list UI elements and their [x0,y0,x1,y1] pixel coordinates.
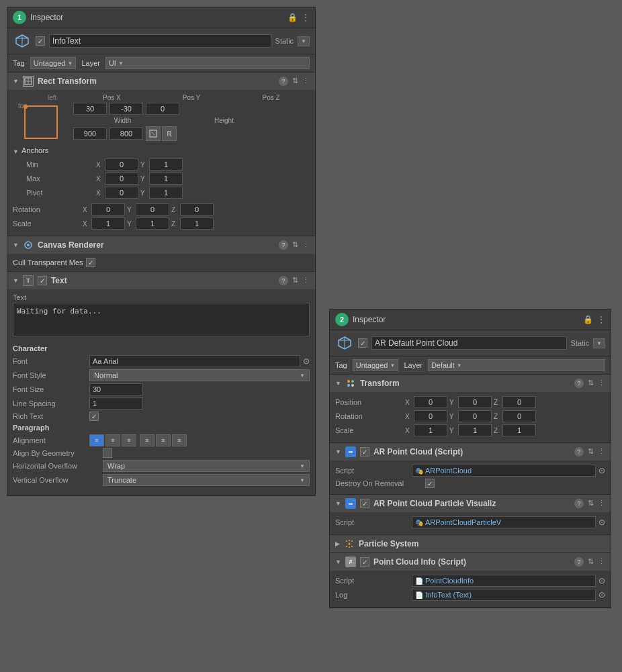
canvas-settings-icon[interactable]: ⇅ [292,240,298,250]
align-left-mid-btn[interactable]: ≡ [140,434,154,446]
scale2-x-input[interactable] [414,424,447,436]
scale2-z-input[interactable] [502,424,536,436]
text-enabled-check[interactable]: ✓ [38,276,47,285]
rich-text-checkbox[interactable]: ✓ [89,412,99,421]
rot2-x-input[interactable] [414,410,447,422]
r-button[interactable]: R [162,126,177,141]
scale-label-1: Scale [13,220,80,228]
more-icon[interactable]: ⋮ [302,13,310,22]
point-cloud-info-header[interactable]: # ✓ Point Cloud Info (Script) ? ⇅ ⋮ [330,553,611,571]
ar-pc-dots-icon[interactable]: ⋮ [598,447,605,457]
destroy-checkbox[interactable]: ✓ [425,479,435,488]
static-dropdown-1[interactable]: ▼ [298,36,310,46]
panel-2-more-icon[interactable]: ⋮ [597,315,605,324]
object-name-input-1[interactable] [49,34,271,48]
v-overflow-dropdown[interactable]: Truncate ▼ [103,474,310,486]
pci-help-icon[interactable]: ? [574,557,584,567]
pivot-x-input[interactable] [105,187,138,199]
canvas-help-icon[interactable]: ? [279,240,288,250]
canvas-dots-icon[interactable]: ⋮ [302,240,310,250]
anchor-max-y-input[interactable] [149,173,183,185]
pivot-y-input[interactable] [149,187,183,199]
rot-z-input[interactable] [180,203,214,215]
align-by-geo-checkbox[interactable] [103,448,112,458]
width-input[interactable] [73,128,107,140]
transform-dots-icon[interactable]: ⋮ [598,379,605,388]
rect-dots-icon[interactable]: ⋮ [302,77,310,86]
lock-icon[interactable]: 🔒 [287,13,298,22]
scale-x-input-1[interactable] [91,218,125,230]
rot2-y-input[interactable] [458,410,492,422]
layer-dropdown-2[interactable]: Default ▼ [428,359,605,371]
rect-transform-header[interactable]: Rect Transform ? ⇅ ⋮ [7,73,315,90]
font-target-icon[interactable]: ⊙ [303,356,310,366]
anchor-min-y-input[interactable] [149,158,183,171]
rect-settings-icon[interactable]: ⇅ [292,77,298,86]
ar-pc-settings-icon[interactable]: ⇅ [588,447,594,457]
tag-dropdown-1[interactable]: Untagged ▼ [30,57,77,69]
align-center-top-btn[interactable]: ≡ [105,434,120,446]
constrain-ratio-btn[interactable] [146,126,161,141]
ar-pc-target-icon[interactable]: ⊙ [598,466,605,475]
pos2-z-input[interactable] [502,396,536,408]
canvas-renderer-header[interactable]: Canvas Renderer ? ⇅ ⋮ [7,236,315,254]
pos-y-input[interactable] [109,103,143,115]
object-enabled-checkbox-1[interactable]: ✓ [36,36,45,46]
h-overflow-dropdown[interactable]: Wrap ▼ [103,460,310,472]
align-center-mid-btn[interactable]: ≡ [156,434,171,446]
ar-particle-help-icon[interactable]: ? [574,499,584,508]
scale-z-input-1[interactable] [180,218,214,230]
pci-dots-icon[interactable]: ⋮ [598,557,605,567]
anchor-max-x-input[interactable] [105,173,138,185]
transform-help-icon[interactable]: ? [574,379,584,388]
pci-log-target-icon[interactable]: ⊙ [598,590,605,599]
object-enabled-checkbox-2[interactable]: ✓ [358,338,367,348]
text-dots-icon[interactable]: ⋮ [302,276,310,285]
pci-settings-icon[interactable]: ⇅ [588,557,594,567]
pci-target-icon[interactable]: ⊙ [598,576,605,585]
scale2-y-input[interactable] [458,424,492,436]
anchor-min-x-input[interactable] [105,158,138,171]
pos-z-input[interactable] [146,103,179,115]
tag-dropdown-2[interactable]: Untagged ▼ [353,359,399,371]
rect-help-icon[interactable]: ? [279,77,288,86]
ar-particle-target-icon[interactable]: ⊙ [598,518,605,527]
line-spacing-input[interactable] [89,397,143,410]
rot-y-input[interactable] [136,203,169,215]
text-settings-icon[interactable]: ⇅ [292,276,298,285]
text-component-header[interactable]: T ✓ Text ? ⇅ ⋮ [7,272,315,289]
object-name-input-2[interactable] [371,336,567,350]
ar-pc-help-icon[interactable]: ? [574,447,584,457]
align-right-top-btn[interactable]: ≡ [122,434,136,446]
pos2-y-input[interactable] [458,396,492,408]
ar-particle-enabled-check[interactable]: ✓ [360,499,369,508]
transform-settings-icon[interactable]: ⇅ [588,379,594,388]
static-dropdown-2[interactable]: ▼ [593,338,605,348]
pos-x-input[interactable] [73,103,107,115]
text-help-icon[interactable]: ? [279,276,288,285]
pos-z-col-header: Pos Z [232,94,310,101]
pos2-x-input[interactable] [414,396,447,408]
layer-dropdown-1[interactable]: UI ▼ [105,57,310,69]
scale-y-input-1[interactable] [136,218,169,230]
height-input[interactable] [109,128,143,140]
cull-checkbox[interactable]: ✓ [86,258,95,267]
ar-pc-enabled-check[interactable]: ✓ [360,447,369,457]
pci-enabled-check[interactable]: ✓ [360,557,369,567]
transform-header[interactable]: Transform ? ⇅ ⋮ [330,375,611,392]
ar-particle-dots-icon[interactable]: ⋮ [598,499,605,508]
align-left-top-btn[interactable]: ≡ [89,434,104,446]
rot-x-input[interactable] [91,203,125,215]
text-textarea[interactable]: Waiting for data... [13,303,310,336]
panel-2-lock-icon[interactable]: 🔒 [583,315,593,324]
ar-particle-header[interactable]: ∞ ✓ AR Point Cloud Particle Visualiz ? ⇅… [330,495,611,512]
font-input[interactable] [89,355,300,367]
ar-particle-settings-icon[interactable]: ⇅ [588,499,594,508]
font-style-dropdown[interactable]: Normal ▼ [89,369,310,381]
particle-system-header[interactable]: Particle System [330,535,611,553]
align-right-mid-btn[interactable]: ≡ [172,434,187,446]
min-x-axis: X [96,161,103,169]
font-size-input[interactable] [89,383,143,395]
ar-point-cloud-header[interactable]: ∞ ✓ AR Point Cloud (Script) ? ⇅ ⋮ [330,443,611,461]
rot2-z-input[interactable] [502,410,536,422]
